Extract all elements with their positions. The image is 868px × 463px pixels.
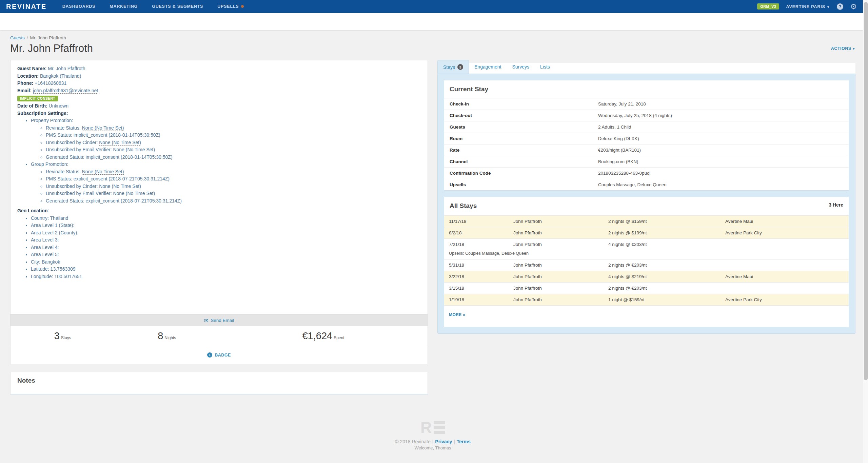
current-stay-row: UpsellsCouples Massage, Deluxe Queen bbox=[444, 179, 849, 190]
gear-icon[interactable]: ⚙ bbox=[850, 3, 857, 10]
list-item: Revinate Status: None (No Time Set) bbox=[46, 124, 421, 132]
privacy-link[interactable]: Privacy bbox=[435, 439, 452, 444]
stays-here-count: 3 Here bbox=[829, 202, 843, 208]
list-item: Country: Thailand bbox=[31, 215, 421, 222]
current-stay-title: Current Stay bbox=[444, 80, 849, 98]
environment-badge: GRM_V3 bbox=[757, 3, 779, 9]
dob-field: Date of Birth: Unknown bbox=[17, 102, 421, 110]
phone-field: Phone: +16418260631 bbox=[17, 80, 421, 87]
revinate-logo-mark: R bbox=[420, 421, 445, 434]
list-item: PMS Status: implicit_consent (2018-01-14… bbox=[46, 132, 421, 139]
logo-e-bars bbox=[434, 421, 445, 434]
list-item: Property Promotion: Revinate Status: Non… bbox=[31, 117, 421, 161]
stays-count-badge: 3 bbox=[457, 64, 463, 70]
welcome-user-text: Welcome, Thomas bbox=[10, 445, 855, 450]
list-item: Unsubscribed by Email Verifier: None (No… bbox=[46, 190, 421, 197]
nav-item-dashboards[interactable]: DASHBOARDS bbox=[62, 4, 96, 9]
actions-button[interactable]: ACTIONS▼ bbox=[831, 46, 855, 51]
current-stay-row: Rate€203/night (BAR101) bbox=[444, 144, 849, 156]
title-row: Mr. John Pfaffroth ACTIONS▼ bbox=[10, 42, 855, 55]
status-tooltip-link[interactable]: None (No Time Set) bbox=[82, 125, 124, 131]
stay-row[interactable]: 8/2/18John Pfaffroth2 nights @ $199/ntAv… bbox=[444, 227, 849, 238]
add-badge-button[interactable]: + BADGE bbox=[11, 347, 428, 364]
stat-nights: 8Nights bbox=[115, 330, 219, 342]
more-row: MORE » bbox=[444, 305, 849, 327]
list-item: PMS Status: explicit_consent (2018-07-21… bbox=[46, 175, 421, 183]
geo-location-label: Geo Location: bbox=[17, 207, 421, 215]
nav-menu: DASHBOARDS MARKETING GUESTS & SEGMENTS U… bbox=[62, 4, 244, 9]
list-item: City: Bangkok bbox=[31, 258, 421, 266]
guest-stats-row: 3Stays 8Nights €1,624Spent bbox=[11, 326, 428, 347]
list-item: Unsubscribed by Email Verifier: None (No… bbox=[46, 146, 421, 154]
help-icon[interactable]: ? bbox=[837, 3, 843, 10]
stay-upsells-subrow: Upsells: Couples Massage, Deluxe Queen bbox=[444, 250, 849, 259]
page-title: Mr. John Pfaffroth bbox=[10, 42, 93, 55]
tab-bar: Stays3 Engagement Surveys Lists bbox=[437, 60, 855, 74]
chevron-down-icon: ▼ bbox=[827, 5, 830, 9]
breadcrumb-guests-link[interactable]: Guests bbox=[10, 35, 25, 40]
main-content: Guests/Mr. John Pfaffroth Mr. John Pfaff… bbox=[0, 30, 863, 450]
stays-tab-panel: Current Stay Check-inSaturday, July 21, … bbox=[437, 74, 855, 334]
plus-circle-icon: + bbox=[207, 352, 212, 358]
list-item: Unsubscribed by Cinder: None (No Time Se… bbox=[46, 183, 421, 190]
breadcrumb-separator: / bbox=[27, 35, 28, 40]
current-stay-row: ChannelBooking.com (BKN) bbox=[444, 156, 849, 168]
stay-row[interactable]: 11/17/18John Pfaffroth2 nights @ $159/nt… bbox=[444, 215, 849, 227]
subheader-bar bbox=[0, 13, 863, 30]
vertical-scrollbar[interactable] bbox=[863, 0, 868, 463]
stay-row[interactable]: 1/19/18John Pfaffroth1 night @ $159/ntAv… bbox=[444, 294, 849, 305]
list-item: Area Level 3: bbox=[31, 236, 421, 244]
list-item: Revinate Status: None (No Time Set) bbox=[46, 168, 421, 176]
top-nav: REVINATE DASHBOARDS MARKETING GUESTS & S… bbox=[0, 0, 863, 13]
email-link[interactable]: john.pfaffroth631@revinate.net bbox=[33, 88, 98, 94]
current-stay-row: RoomDeluxe King (DLXK) bbox=[444, 133, 849, 144]
guest-profile-column: Guest Name: Mr. John Pfaffroth Location:… bbox=[10, 60, 428, 394]
nav-item-upsells[interactable]: UPSELLS bbox=[217, 4, 243, 9]
current-stay-row: Check-inSaturday, July 21, 2018 bbox=[444, 98, 849, 110]
status-tooltip-link[interactable]: None (No Time Set) bbox=[99, 184, 141, 189]
more-stays-link[interactable]: MORE » bbox=[449, 312, 465, 317]
nav-item-marketing[interactable]: MARKETING bbox=[110, 4, 138, 9]
current-stay-row: Guests2 Adults, 1 Child bbox=[444, 121, 849, 133]
tab-surveys[interactable]: Surveys bbox=[507, 60, 535, 74]
breadcrumb-current: Mr. John Pfaffroth bbox=[30, 35, 66, 40]
status-tooltip-link[interactable]: None (No Time Set) bbox=[82, 169, 124, 175]
stat-stays: 3Stays bbox=[11, 330, 115, 342]
stat-spent: €1,624Spent bbox=[219, 330, 428, 342]
terms-link[interactable]: Terms bbox=[457, 439, 471, 444]
current-stay-row: Confirmation Code201803235288-463-0puq bbox=[444, 168, 849, 179]
all-stays-card: All Stays 3 Here 11/17/18John Pfaffroth2… bbox=[444, 197, 849, 327]
nav-right: GRM_V3 AVERTINE PARIS▼ ? ⚙ bbox=[757, 3, 857, 10]
send-email-button[interactable]: ✉ Send Email bbox=[11, 314, 428, 326]
current-stay-row: Check-outWednesday, July 25, 2018 (4 nig… bbox=[444, 110, 849, 121]
list-item: Latitude: 13.7563309 bbox=[31, 266, 421, 273]
guest-info-card: Guest Name: Mr. John Pfaffroth Location:… bbox=[10, 60, 428, 364]
status-tooltip-link[interactable]: None (No Time Set) bbox=[99, 140, 141, 146]
list-item: Group Promotion: Revinate Status: None (… bbox=[31, 161, 421, 205]
tab-stays[interactable]: Stays3 bbox=[437, 60, 469, 74]
tab-lists[interactable]: Lists bbox=[535, 60, 555, 74]
stay-row[interactable]: 3/15/18John Pfaffroth2 nights @ €203/nt bbox=[444, 282, 849, 294]
stay-row[interactable]: 5/31/18John Pfaffroth2 nights @ €203/nt bbox=[444, 259, 849, 271]
list-item: Area Level 2 (County): bbox=[31, 229, 421, 237]
page: REVINATE DASHBOARDS MARKETING GUESTS & S… bbox=[0, 0, 863, 463]
list-item: Area Level 5: bbox=[31, 251, 421, 258]
account-dropdown[interactable]: AVERTINE PARIS▼ bbox=[786, 4, 830, 9]
stay-row[interactable]: 7/21/18John Pfaffroth4 nights @ €203/nt bbox=[444, 238, 849, 250]
list-item: Area Level 4: bbox=[31, 244, 421, 251]
revinate-logo[interactable]: REVINATE bbox=[6, 3, 47, 11]
breadcrumb: Guests/Mr. John Pfaffroth bbox=[10, 35, 855, 40]
stay-row[interactable]: 3/22/18John Pfaffroth4 nights @ $219/ntA… bbox=[444, 271, 849, 282]
nav-item-guests-segments[interactable]: GUESTS & SEGMENTS bbox=[152, 4, 203, 9]
scrollbar-thumb[interactable] bbox=[864, 2, 868, 380]
stays-column: Stays3 Engagement Surveys Lists Current … bbox=[437, 60, 855, 334]
current-stay-card: Current Stay Check-inSaturday, July 21, … bbox=[444, 80, 849, 191]
list-item: Longitude: 100.5017651 bbox=[31, 273, 421, 281]
tab-engagement[interactable]: Engagement bbox=[469, 60, 507, 74]
all-stays-title: All Stays bbox=[450, 202, 477, 210]
email-field: Email: john.pfaffroth631@revinate.net bbox=[17, 87, 421, 95]
upsells-notification-dot bbox=[241, 5, 244, 8]
list-item: Area Level 1 (State): bbox=[31, 222, 421, 229]
geo-location-list: Country: Thailand Area Level 1 (State): … bbox=[17, 215, 421, 281]
list-item: Generated Status: explicit_consent (2018… bbox=[46, 197, 421, 205]
